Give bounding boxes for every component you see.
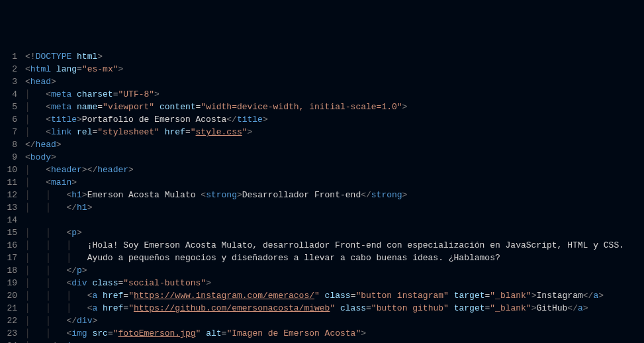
- token-tag-name: main: [51, 177, 71, 187]
- token-tag-bracket: >: [598, 291, 604, 301]
- code-line[interactable]: <!DOCTYPE html>: [25, 50, 624, 63]
- line-number: 22: [5, 315, 17, 327]
- token-tag-name: strong: [371, 190, 402, 200]
- token-tag-name: p: [71, 228, 77, 238]
- token-tag-name: meta: [51, 102, 71, 112]
- token-text: [97, 291, 103, 301]
- code-line[interactable]: │ <main>: [25, 176, 624, 189]
- token-attr-name: target: [454, 303, 485, 313]
- token-attr-name: rel: [77, 127, 92, 137]
- token-attr-value: "_blank": [490, 303, 531, 313]
- line-number: 14: [5, 214, 17, 226]
- token-tag-bracket: <: [46, 177, 51, 187]
- token-attr-value: "button github": [371, 303, 449, 313]
- token-tag-bracket: </: [66, 316, 77, 326]
- token-attr-value: style.css: [196, 127, 242, 137]
- code-line[interactable]: │ <title>Portafolio de Emerson Acosta</t…: [25, 113, 624, 126]
- token-text: [97, 303, 103, 313]
- token-attr-value: ": [191, 127, 196, 137]
- line-number: 1: [5, 50, 17, 63]
- token-attr-eq: =: [366, 303, 371, 313]
- token-tag-bracket: >: [77, 115, 82, 124]
- token-tag-name: body: [30, 152, 51, 162]
- token-tag-bracket: >: [51, 152, 56, 162]
- token-tag-name: head: [36, 140, 56, 150]
- token-attr-value: ": [242, 127, 248, 137]
- token-tag-bracket: </: [25, 140, 36, 150]
- token-attr-value: ": [128, 303, 134, 313]
- token-attr-eq: =: [123, 291, 128, 301]
- code-line[interactable]: │ <header></header>: [25, 164, 624, 176]
- code-line[interactable]: │ <meta name="viewport" content="width=d…: [25, 101, 624, 113]
- line-number: 2: [5, 63, 17, 75]
- token-text: [71, 127, 77, 137]
- token-tag-bracket: <: [46, 165, 51, 175]
- code-line[interactable]: │ <meta charset="UTF-8">: [25, 88, 624, 101]
- token-text: Portafolio de Emerson Acosta: [82, 115, 226, 124]
- token-attr-value: ": [113, 328, 118, 338]
- token-tag-name: div: [77, 316, 92, 326]
- token-tag-name: img: [71, 328, 87, 338]
- token-attr-name: href: [165, 127, 185, 137]
- code-line[interactable]: │ │ │ ¡Hola! Soy Emerson Acosta Mulato, …: [25, 239, 624, 252]
- token-text: [449, 303, 454, 313]
- token-tag-bracket: >: [531, 303, 537, 313]
- code-line[interactable]: │ │ │ Ayudo a pequeños negocios y diseña…: [25, 252, 624, 264]
- token-tag-bracket: >: [92, 316, 97, 326]
- code-line[interactable]: <html lang="es-mx">: [25, 63, 624, 75]
- token-tag-bracket: >: [402, 190, 408, 200]
- token-text: [154, 102, 160, 112]
- token-tag-bracket: >: [248, 127, 253, 137]
- code-line[interactable]: <head>: [25, 75, 624, 88]
- token-attr-eq: =: [185, 127, 191, 137]
- token-text: Ayudo a pequeños negocios y diseñadores …: [87, 253, 500, 263]
- token-tag-name: html: [30, 64, 51, 74]
- token-tag-bracket: </: [361, 190, 371, 200]
- token-tag-bracket: >: [87, 203, 93, 213]
- token-attr-name: charset: [77, 89, 113, 99]
- line-number-gutter: 1234567891011121314151617181920212223242…: [0, 50, 25, 343]
- code-line[interactable]: │ │ <p>: [25, 226, 624, 239]
- token-tag-bracket: >: [237, 190, 242, 200]
- token-tag-bracket: <: [46, 115, 51, 124]
- code-line[interactable]: <body>: [25, 151, 624, 164]
- code-line[interactable]: [25, 214, 624, 226]
- code-line[interactable]: │ │ </div>: [25, 315, 624, 327]
- line-number: 11: [5, 176, 17, 189]
- code-line[interactable]: </head>: [25, 138, 624, 151]
- code-line[interactable]: │ <link rel="stylesheet" href="style.css…: [25, 126, 624, 138]
- token-attr-value: fotoEmerson.jpg: [118, 328, 196, 338]
- token-tag-bracket: >: [531, 291, 537, 301]
- token-text: [201, 328, 206, 338]
- code-line[interactable]: │ │ </h1>: [25, 201, 624, 214]
- token-attr-eq: =: [97, 102, 103, 112]
- code-line[interactable]: │ │ <div class="social-buttons">: [25, 277, 624, 289]
- token-tag-bracket: <: [46, 89, 51, 99]
- token-tag-bracket: >: [77, 228, 82, 238]
- token-attr-value: ": [128, 291, 134, 301]
- line-number: 3: [5, 75, 17, 88]
- line-number: 10: [5, 164, 17, 176]
- code-line[interactable]: │ │ </p>: [25, 264, 624, 277]
- line-number: 4: [5, 88, 17, 101]
- code-editor[interactable]: 1234567891011121314151617181920212223242…: [0, 50, 644, 343]
- token-text: [160, 127, 165, 137]
- code-line[interactable]: │ │ │ <a href="https://www.instagram.com…: [25, 289, 624, 302]
- token-tag-name: title: [51, 115, 77, 124]
- token-tag-bracket: <: [201, 190, 206, 200]
- code-area[interactable]: <!DOCTYPE html><html lang="es-mx"><head>…: [25, 50, 635, 343]
- code-line[interactable]: │ │ <h1>Emerson Acosta Mulato <strong>De…: [25, 189, 624, 201]
- code-line[interactable]: │ │ <img src="fotoEmerson.jpg" alt="Imag…: [25, 327, 624, 340]
- token-attr-name: class: [92, 278, 118, 288]
- token-tag-bracket: <: [46, 127, 51, 137]
- code-line[interactable]: │ </main>: [25, 340, 624, 343]
- token-attr-value: "button instagram": [355, 291, 448, 301]
- line-number: 24: [5, 340, 17, 343]
- line-number: 6: [5, 113, 17, 126]
- line-number: 12: [5, 189, 17, 201]
- token-text: Instagram: [537, 291, 583, 301]
- code-line[interactable]: │ │ │ <a href="https://github.com/emerso…: [25, 302, 624, 315]
- token-attr-name: src: [92, 328, 107, 338]
- line-number: 8: [5, 138, 17, 151]
- token-tag-bracket: >: [206, 278, 211, 288]
